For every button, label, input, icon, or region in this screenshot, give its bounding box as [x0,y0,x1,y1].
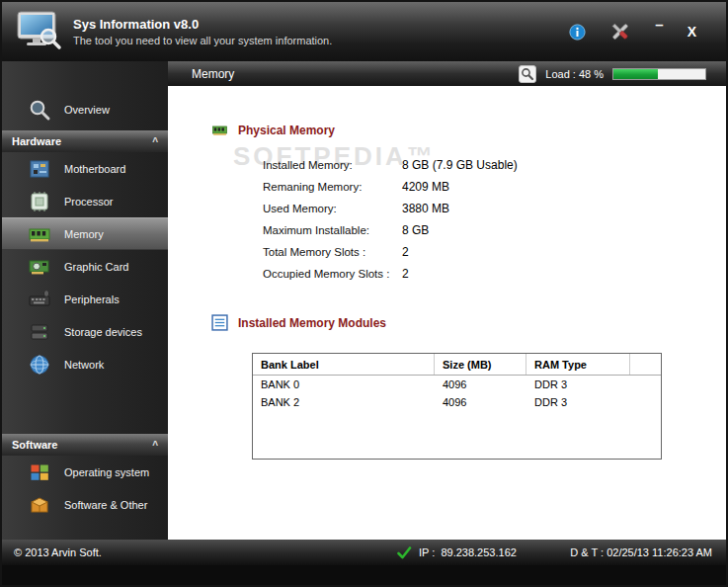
sidebar-item-label: Processor [64,196,114,208]
field-value: 3880 MB [402,202,449,215]
sidebar-item-storage-devices[interactable]: Storage devices [2,315,168,348]
section-label: Hardware [12,135,61,147]
table-cell: 4096 [435,376,526,393]
window-title: Sys Information v8.0 [73,17,332,32]
sidebar-item-motherboard[interactable]: Motherboard [2,152,168,185]
physical-memory-section-title: Physical Memory [211,86,726,138]
section-heading: Physical Memory [238,124,335,137]
physical-memory-details: Installed Memory: 8 GB (7.9 GB Usable) R… [263,154,726,285]
table-header-cell[interactable]: Bank Label [253,354,435,375]
titlebar-controls: – X [569,21,696,42]
statusbar: © 2013 Arvin Soft. IP : 89.238.253.162 D… [2,540,726,565]
field-label: Installed Memory: [263,159,402,171]
window-bottom-frame [2,565,726,585]
peripherals-icon [28,288,51,311]
ip-status-group: IP : 89.238.253.162 [397,546,517,559]
table-header-cell-empty [630,354,661,375]
sidebar-item-software-other[interactable]: Software & Other [2,488,168,521]
table-header-cell[interactable]: Size (MB) [435,354,526,375]
sidebar-item-label: Memory [64,228,104,240]
sidebar-item-label: Operating system [64,466,149,478]
window-subtitle: The tool you need to view all your syste… [73,35,332,46]
field-label: Total Memory Slots : [263,246,402,258]
collapse-chevron-icon: ^ [152,136,158,147]
minimize-button[interactable]: – [655,20,663,30]
field-label: Used Memory: [263,203,402,214]
table-header-cell[interactable]: RAM Type [526,354,630,375]
sidebar-item-operating-system[interactable]: Operating system [2,456,168,488]
software-box-icon [28,493,51,517]
load-progressbar [612,68,706,80]
load-label: Load : 48 % [545,68,604,80]
title-texts: Sys Information v8.0 The tool you need t… [73,17,332,46]
section-label: Software [12,439,57,451]
sidebar: Overview Hardware ^ Motherboard [2,61,168,540]
info-button[interactable] [569,24,586,41]
table-cell-empty [630,376,661,393]
table-cell: BANK 0 [253,376,435,393]
table-row[interactable]: BANK 2 4096 DDR 3 [253,393,661,411]
load-group: Load : 48 % [519,65,706,83]
check-icon [397,546,412,559]
field-row: Maximum Installable: 8 GB [263,219,726,241]
sidebar-section-software[interactable]: Software ^ [2,434,168,456]
field-label: Maximum Installable: [263,224,402,236]
content-area: SOFTPEDIA™ Physical Memory Installed Mem… [168,86,726,540]
table-cell: DDR 3 [526,393,630,411]
sidebar-item-overview[interactable]: Overview [2,93,168,126]
titlebar: Sys Information v8.0 The tool you need t… [2,2,726,61]
sidebar-item-label: Overview [64,104,110,116]
window-body: Overview Hardware ^ Motherboard [2,61,726,540]
zoom-loupe-icon[interactable] [519,65,536,83]
memory-icon [28,222,51,246]
network-globe-icon [28,353,51,377]
sidebar-item-label: Network [64,359,104,371]
table-header-row: Bank Label Size (MB) RAM Type [253,354,661,376]
field-row: Used Memory: 3880 MB [263,198,726,219]
field-value: 8 GB [402,223,429,237]
field-row: Remaning Memory: 4209 MB [263,176,726,198]
os-windows-icon [28,461,51,484]
tools-button[interactable] [609,21,631,42]
storage-icon [28,320,51,344]
info-icon [569,24,586,41]
memory-modules-table: Bank Label Size (MB) RAM Type BANK 0 409… [252,353,662,460]
datetime-text: D & T : 02/25/13 11:26:23 AM [570,546,712,558]
sidebar-item-network[interactable]: Network [2,348,168,380]
table-cell: DDR 3 [526,376,630,393]
sidebar-item-peripherals[interactable]: Peripherals [2,283,168,315]
ip-address-text: IP : 89.238.253.162 [419,546,517,558]
field-value: 2 [402,245,409,259]
field-row: Total Memory Slots : 2 [263,241,726,263]
app-logo-icon [16,10,63,53]
field-row: Occupied Memory Slots : 2 [263,263,726,285]
collapse-chevron-icon: ^ [152,440,158,451]
sidebar-item-memory[interactable]: Memory [2,217,168,250]
copyright-text: © 2013 Arvin Soft. [14,546,102,558]
sidebar-item-label: Storage devices [64,326,142,338]
sidebar-section-hardware[interactable]: Hardware ^ [2,130,168,152]
field-label: Occupied Memory Slots : [263,268,402,280]
main-area: Memory Load : 48 % SOFTPEDIA™ [168,61,726,540]
table-cell-empty [630,393,661,411]
field-row: Installed Memory: 8 GB (7.9 GB Usable) [263,154,726,176]
field-value: 2 [402,267,409,281]
app-window: Sys Information v8.0 The tool you need t… [0,0,728,587]
close-button[interactable]: X [688,24,696,40]
motherboard-icon [28,157,51,181]
sidebar-item-processor[interactable]: Processor [2,185,168,217]
physical-memory-icon [211,122,228,138]
field-value: 4209 MB [402,180,449,194]
graphic-card-icon [28,255,51,279]
content-header: Memory Load : 48 % [168,61,726,86]
table-cell: 4096 [435,393,526,411]
table-cell: BANK 2 [253,393,435,411]
sidebar-item-label: Peripherals [64,294,120,305]
field-label: Remaning Memory: [263,181,402,193]
field-value: 8 GB (7.9 GB Usable) [402,158,518,172]
sidebar-item-graphic-card[interactable]: Graphic Card [2,250,168,283]
sidebar-item-label: Motherboard [64,163,125,175]
memory-modules-list-icon [211,314,228,331]
section-heading: Installed Memory Modules [238,316,386,330]
table-row[interactable]: BANK 0 4096 DDR 3 [253,376,661,393]
